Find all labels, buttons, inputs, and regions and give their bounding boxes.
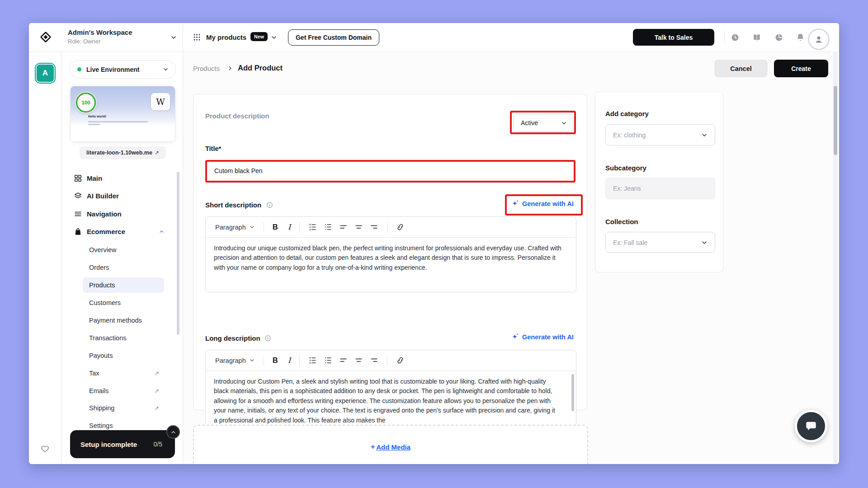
ordered-list-icon[interactable] [308,223,317,231]
chevron-down-icon [701,239,708,246]
sidebar-item-tax[interactable]: Tax↗ [70,366,175,380]
section-title: Product description [205,112,269,120]
environment-selector[interactable]: Live Environment [69,60,176,79]
align-right-icon[interactable] [370,223,378,231]
sparkle-icon [511,333,520,342]
site-preview-card[interactable]: 100 W Hello world! [70,86,175,142]
bullet-list-icon[interactable] [324,356,332,365]
add-media-label: Add Media [376,443,410,451]
long-description-text[interactable]: Introducing our Custom Pen, a sleek and … [206,371,576,425]
sidebar-item-payouts[interactable]: Payouts [70,349,175,362]
editor-scrollbar[interactable] [571,374,574,411]
sidebar-item-transactions[interactable]: Transactions [70,331,175,345]
sidebar-item-ai-builder[interactable]: AI Builder [70,189,175,202]
sidebar-item-emails[interactable]: Emails↗ [70,384,175,398]
status-value: Active [521,119,538,127]
sidebar-item-overview[interactable]: Overview [70,243,175,257]
sidebar-item-products[interactable]: Products [70,278,175,292]
link-icon[interactable] [396,356,405,365]
site-url-link[interactable]: literate-loon-1.10web.me ↗ [80,146,166,159]
paragraph-select[interactable]: Paragraph [215,357,246,364]
setup-status-pill[interactable]: Setup incomplete 0/5 [70,430,175,458]
heart-icon[interactable] [40,444,50,453]
long-description-editor[interactable]: Paragraph B I Introducing our Custom Pen… [205,350,576,426]
breadcrumb-chevron-icon [227,65,233,71]
link-icon[interactable] [396,223,405,231]
external-link-icon: ↗ [154,405,159,412]
chat-launcher-button[interactable] [795,410,827,442]
info-icon[interactable] [264,334,272,342]
site-preview-title: Hello world! [88,115,106,118]
short-description-text[interactable]: Introducing our unique customized black … [206,238,576,272]
sidebar-scrollbar[interactable] [177,172,179,335]
generate-ai-label: Generate with AI [522,200,574,207]
sidebar-item-payment-methods[interactable]: Payment methods [70,314,175,327]
products-chevron-down-icon[interactable] [270,34,278,41]
sidebar-item-orders[interactable]: Orders [70,261,175,274]
sidebar-item-customers[interactable]: Customers [70,296,175,310]
align-center-icon[interactable] [354,356,363,365]
pagespeed-score-value: 100 [76,93,96,113]
clock-icon[interactable] [731,33,740,42]
category-select[interactable]: Ex: clothing [605,124,715,145]
main-scrollbar-thumb[interactable] [834,86,837,155]
hamburger-icon [74,210,82,218]
workspace-chevron-down-icon[interactable] [170,34,177,41]
sidebar-item-main[interactable]: Main [70,171,175,185]
site-url-text: literate-loon-1.10web.me [86,150,152,156]
status-select[interactable]: Active [514,114,573,132]
category-label: Add category [605,110,649,117]
align-center-icon[interactable] [354,223,363,231]
short-description-label: Short description [205,201,261,209]
topbar-divider [183,23,183,52]
bag-icon [74,227,82,236]
title-input[interactable] [206,161,575,181]
align-left-icon[interactable] [339,356,348,365]
workspace-avatar[interactable]: A [35,63,56,84]
category-placeholder: Ex: clothing [613,131,646,139]
ordered-list-icon[interactable] [308,356,317,365]
italic-button[interactable]: I [288,223,291,231]
paragraph-select[interactable]: Paragraph [215,224,246,231]
chevron-down-icon [249,357,255,363]
create-button[interactable]: Create [774,60,828,77]
sidebar-label: Products [89,282,115,289]
new-badge: New [250,32,268,41]
setup-collapse-button[interactable] [166,425,180,439]
short-description-editor[interactable]: Paragraph B I Introducing our unique cus… [205,216,576,292]
cancel-button[interactable]: Cancel [714,60,768,77]
align-right-icon[interactable] [370,356,378,365]
bullet-list-icon[interactable] [324,223,332,231]
breadcrumb-parent[interactable]: Products [193,65,220,72]
user-avatar-icon[interactable] [808,28,830,50]
sidebar-item-ecommerce[interactable]: Ecommerce [70,225,175,238]
align-left-icon[interactable] [339,223,348,231]
sidebar-item-shipping[interactable]: Shipping↗ [70,401,175,415]
info-icon[interactable] [266,201,274,209]
chevron-down-icon [249,224,255,230]
bold-button[interactable]: B [273,356,278,365]
app-switcher-icon[interactable] [193,33,201,42]
generate-ai-long[interactable]: Generate with AI [511,333,574,342]
add-media-card[interactable]: + Add Media [193,425,588,464]
bold-button[interactable]: B [273,223,278,231]
sidebar-label: Tax [89,370,99,377]
title-label-text: Title [205,145,219,152]
book-icon[interactable] [752,33,761,42]
bell-icon[interactable] [796,33,805,42]
subcategory-input[interactable]: Ex: Jeans [605,178,715,199]
site-preview-dateline [88,124,100,125]
get-domain-button[interactable]: Get Free Custom Domain [288,29,379,46]
chevron-up-icon [170,429,176,435]
generate-ai-short[interactable]: Generate with AI [511,199,574,208]
sidebar-item-navigation[interactable]: Navigation [70,207,175,221]
nav-my-products[interactable]: My products [206,33,246,41]
pie-chart-icon[interactable] [774,33,783,42]
external-link-icon: ↗ [154,370,159,377]
talk-to-sales-button[interactable]: Talk to Sales [633,29,714,46]
italic-button[interactable]: I [288,356,291,365]
toolbar-separator [387,222,387,233]
collection-select[interactable]: Ex: Fall sale [605,232,715,253]
layers-icon [74,192,82,200]
live-status-dot [77,67,81,71]
